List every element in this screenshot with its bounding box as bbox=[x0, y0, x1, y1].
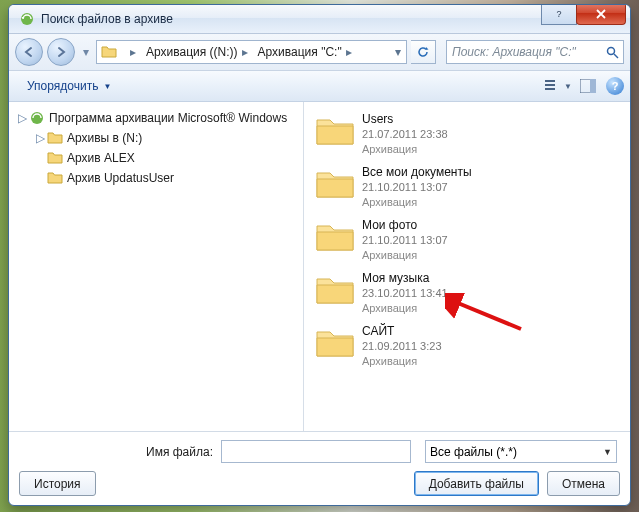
add-files-button[interactable]: Добавить файлы bbox=[414, 471, 539, 496]
file-name: Моя музыка bbox=[362, 271, 448, 286]
footer: Имя файла: Все файлы (*.*) ▼ История Доб… bbox=[9, 432, 630, 505]
window-title: Поиск файлов в архиве bbox=[41, 12, 626, 26]
svg-marker-3 bbox=[425, 47, 428, 50]
list-item[interactable]: САЙТ21.09.2011 3:23Архивация bbox=[314, 320, 620, 373]
help-button[interactable]: ? bbox=[541, 4, 577, 25]
folder-icon bbox=[314, 112, 356, 148]
help-icon[interactable]: ? bbox=[606, 77, 624, 95]
svg-point-4 bbox=[607, 47, 614, 54]
titlebar: Поиск файлов в архиве ? bbox=[9, 5, 630, 34]
organize-menu[interactable]: Упорядочить ▼ bbox=[19, 75, 119, 97]
tree-item[interactable]: Архив ALEX bbox=[9, 148, 303, 168]
preview-pane-button[interactable] bbox=[576, 77, 600, 95]
filetype-combo[interactable]: Все файлы (*.*) ▼ bbox=[425, 440, 617, 463]
chevron-down-icon: ▼ bbox=[564, 82, 572, 91]
file-list[interactable]: Users21.07.2011 23:38АрхивацияВсе мои до… bbox=[304, 102, 630, 431]
file-name: Мои фото bbox=[362, 218, 448, 233]
search-box[interactable]: Поиск: Архивация "C:" bbox=[446, 40, 624, 64]
backup-program-icon bbox=[29, 110, 45, 126]
folder-icon bbox=[314, 271, 356, 307]
tree-label: Архивы в (N:) bbox=[67, 131, 142, 145]
filename-input[interactable] bbox=[221, 440, 411, 463]
file-type: Архивация bbox=[362, 354, 442, 369]
button-label: История bbox=[34, 477, 81, 491]
tree-label: Программа архивации Microsoft® Windows bbox=[49, 111, 287, 125]
file-type: Архивация bbox=[362, 248, 448, 263]
body: ▷ Программа архивации Microsoft® Windows… bbox=[9, 102, 630, 432]
expander-icon[interactable]: ▷ bbox=[15, 111, 29, 125]
cancel-button[interactable]: Отмена bbox=[547, 471, 620, 496]
expander-icon[interactable]: ▷ bbox=[33, 131, 47, 145]
file-date: 23.10.2011 13:41 bbox=[362, 286, 448, 301]
list-item[interactable]: Моя музыка23.10.2011 13:41Архивация bbox=[314, 267, 620, 320]
chevron-down-icon: ▼ bbox=[103, 82, 111, 91]
nav-row: ▾ ▸ Архивация ((N:))▸ Архивация "C:"▸ ▾ … bbox=[9, 34, 630, 71]
file-name: САЙТ bbox=[362, 324, 442, 339]
forward-button[interactable] bbox=[47, 38, 75, 66]
svg-text:?: ? bbox=[556, 9, 561, 19]
file-type: Архивация bbox=[362, 301, 448, 316]
file-date: 21.07.2011 23:38 bbox=[362, 127, 448, 142]
folder-tree[interactable]: ▷ Программа архивации Microsoft® Windows… bbox=[9, 102, 304, 431]
tree-root[interactable]: ▷ Программа архивации Microsoft® Windows bbox=[9, 108, 303, 128]
back-button[interactable] bbox=[15, 38, 43, 66]
history-button[interactable]: История bbox=[19, 471, 96, 496]
file-date: 21.10.2011 13:07 bbox=[362, 180, 472, 195]
svg-rect-8 bbox=[545, 88, 555, 90]
tree-item[interactable]: ▷ Архивы в (N:) bbox=[9, 128, 303, 148]
file-name: Users bbox=[362, 112, 448, 127]
svg-rect-7 bbox=[545, 84, 555, 86]
search-placeholder: Поиск: Архивация "C:" bbox=[447, 45, 601, 59]
tree-label: Архив UpdatusUser bbox=[67, 171, 174, 185]
folder-icon bbox=[101, 44, 117, 60]
address-dropdown[interactable]: ▾ bbox=[390, 41, 406, 63]
dialog-window: Поиск файлов в архиве ? ▾ ▸ Архивация ((… bbox=[8, 4, 631, 506]
folder-icon bbox=[47, 170, 63, 186]
search-icon bbox=[601, 46, 623, 59]
folder-icon bbox=[47, 150, 63, 166]
list-item[interactable]: Все мои документы21.10.2011 13:07Архивац… bbox=[314, 161, 620, 214]
view-options[interactable]: ▼ bbox=[541, 77, 576, 95]
file-type: Архивация bbox=[362, 195, 472, 210]
filename-label: Имя файла: bbox=[19, 445, 221, 459]
button-row: История Добавить файлы Отмена bbox=[19, 471, 620, 496]
app-icon bbox=[19, 11, 35, 27]
file-type: Архивация bbox=[362, 142, 448, 157]
address-bar[interactable]: ▸ Архивация ((N:))▸ Архивация "C:"▸ ▾ bbox=[96, 40, 407, 64]
breadcrumb-1[interactable]: Архивация ((N:))▸ bbox=[141, 41, 253, 63]
list-item[interactable]: Users21.07.2011 23:38Архивация bbox=[314, 108, 620, 161]
chevron-down-icon: ▼ bbox=[603, 447, 612, 457]
button-label: Добавить файлы bbox=[429, 477, 524, 491]
file-name: Все мои документы bbox=[362, 165, 472, 180]
filetype-value: Все файлы (*.*) bbox=[430, 445, 517, 459]
svg-rect-6 bbox=[545, 80, 555, 82]
svg-rect-10 bbox=[590, 79, 596, 93]
file-date: 21.10.2011 13:07 bbox=[362, 233, 448, 248]
folder-icon bbox=[314, 165, 356, 201]
toolbar: Упорядочить ▼ ▼ ? bbox=[9, 71, 630, 102]
button-label: Отмена bbox=[562, 477, 605, 491]
folder-icon bbox=[47, 130, 63, 146]
svg-line-5 bbox=[614, 54, 618, 58]
folder-icon bbox=[314, 218, 356, 254]
breadcrumb-root[interactable]: ▸ bbox=[121, 41, 141, 63]
folder-icon bbox=[314, 324, 356, 360]
breadcrumb-label: Архивация ((N:)) bbox=[146, 45, 238, 59]
breadcrumb-label: Архивация "C:" bbox=[258, 45, 342, 59]
window-controls: ? bbox=[541, 4, 626, 25]
organize-label: Упорядочить bbox=[27, 79, 98, 93]
file-date: 21.09.2011 3:23 bbox=[362, 339, 442, 354]
filename-row: Имя файла: Все файлы (*.*) ▼ bbox=[19, 440, 620, 463]
close-button[interactable] bbox=[576, 4, 626, 25]
breadcrumb-2[interactable]: Архивация "C:"▸ bbox=[253, 41, 357, 63]
refresh-button[interactable] bbox=[411, 40, 436, 64]
history-dropdown[interactable]: ▾ bbox=[79, 42, 92, 62]
tree-label: Архив ALEX bbox=[67, 151, 135, 165]
list-item[interactable]: Мои фото21.10.2011 13:07Архивация bbox=[314, 214, 620, 267]
tree-item[interactable]: Архив UpdatusUser bbox=[9, 168, 303, 188]
